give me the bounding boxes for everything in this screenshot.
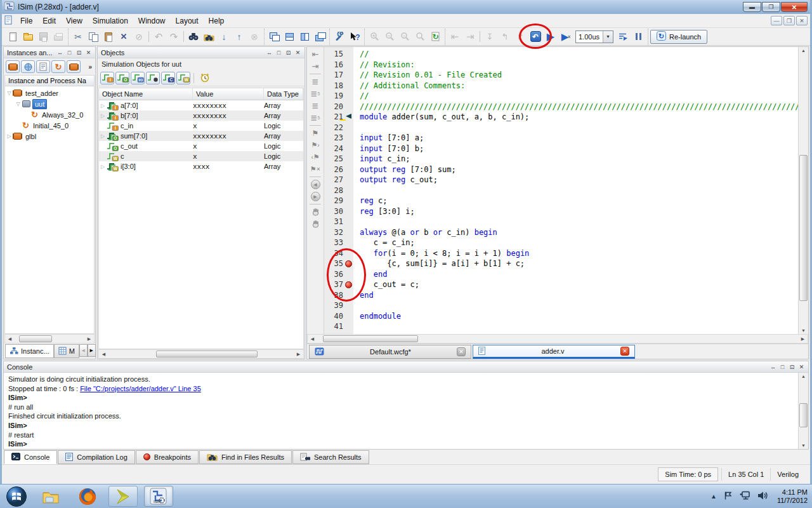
cube-filter-button[interactable] [21,60,35,73]
minimize-button[interactable]: ▬ [743,2,761,12]
tree-item-uut[interactable]: ▽uut [5,98,94,109]
code-line-29[interactable]: 29reg c; [324,196,798,206]
breakpoint-icon[interactable] [345,281,352,288]
instances-float-button[interactable]: ⊡ [75,50,82,56]
chip2-filter-button[interactable] [67,60,81,73]
code-line-18[interactable]: 18// Additional Comments: [324,81,798,91]
line-list-5b-button[interactable]: ≣5 [308,112,322,124]
object-row-a70[interactable]: ▷Ia[7:0]xxxxxxxxArray [99,100,303,110]
scroll-up-icon[interactable]: ▲ [799,48,808,53]
line-number[interactable]: 28 [324,185,353,196]
code-line-30[interactable]: 30reg [3:0] i; [324,206,798,217]
line-number[interactable]: 36 [324,269,353,280]
bookmark-clear-button[interactable]: ⚑✕ [308,163,322,175]
taskbar-explorer-button[interactable] [37,486,67,507]
filter-i-button[interactable]: I [100,72,114,84]
copy-button[interactable] [86,29,101,44]
code-line-35[interactable]: 35 {c, sum[i]} = a[i] + b[1] + c; [324,258,798,269]
tree-item-initial_45_0[interactable]: ↻Initial_45_0 [5,120,94,131]
layer-windows-button[interactable] [312,29,327,44]
tree-item-glbl[interactable]: ▷glbl [5,131,94,142]
object-row-c[interactable]: WcxLogic [99,151,303,161]
scroll-right-icon[interactable]: ▶ [798,337,808,342]
console-close-button[interactable]: ✕ [798,364,805,370]
scroll-left-icon[interactable]: ◀ [5,337,15,342]
object-row-c_out[interactable]: Oc_outxLogic [99,141,303,151]
open-folder-button[interactable] [20,29,36,44]
line-number[interactable]: 21 [324,112,353,123]
refresh-button[interactable]: ↻ [428,29,443,44]
column-value[interactable]: Value [193,88,264,100]
mdi-restore-button[interactable]: ❐ [783,16,795,25]
expander-icon[interactable]: ▽ [14,101,22,107]
tab-search-results[interactable]: Search Results [292,450,369,464]
line-number[interactable]: 38 [324,290,353,301]
pan-hand-button[interactable] [308,206,322,218]
menu-view[interactable]: View [61,15,88,27]
find-in-files-button[interactable] [201,29,216,44]
code-line-23[interactable]: 23input [7:0] a; [324,133,798,144]
action-center-flag-icon[interactable] [723,491,733,502]
bookmark-prev-button[interactable]: ‹⚑ [308,151,322,163]
mdi-close-button[interactable]: ✕ [796,16,808,25]
tab-scroll-left-button[interactable]: ◀ [79,344,88,357]
scroll-left-icon[interactable]: ◀ [308,337,317,342]
code-line-24[interactable]: 24input [7:0] b; [324,144,798,154]
bookmark-button[interactable]: ⚑ [308,127,322,139]
line-number[interactable]: 18 [324,81,353,91]
code-line-21[interactable]: 21module adder(sum, c_out, a, b, c_in); [324,112,798,123]
line-number[interactable]: 31 [324,217,353,227]
filter-o-button[interactable]: O [115,72,129,84]
start-button[interactable] [2,486,31,507]
tab-breakpoints[interactable]: Breakpoints [136,450,199,464]
arrow-down-button[interactable]: ↓ [216,29,232,44]
objects-maximize-button[interactable]: □ [275,50,282,56]
tab-find-in-files-results[interactable]: Find in Files Results [199,450,292,464]
console-vscrollbar[interactable]: ▲ ▼ [798,373,808,449]
line-number[interactable]: 22 [324,123,353,133]
line-number[interactable]: 16 [324,60,353,70]
taskbar-firefox-button[interactable] [73,486,102,507]
chevron-down-icon[interactable]: ▼ [603,31,613,43]
new-document-button[interactable] [5,29,20,44]
scroll-down-icon[interactable]: ▼ [799,443,808,448]
relaunch-button[interactable]: ↻Re-launch [650,30,707,44]
close-button[interactable]: ✕ [781,2,808,12]
filter-w-button[interactable]: W [176,72,190,84]
restore-button[interactable]: ❐ [762,2,780,12]
object-row-sum70[interactable]: ▷Osum[7:0]xxxxxxxxArray [99,131,303,141]
code-line-17[interactable]: 17// Revision 0.01 - File Created [324,70,798,81]
code-line-25[interactable]: 25input c_in; [324,154,798,164]
code-line-34[interactable]: 34 for(i = 0; i < 8; i = i + 1) begin [324,248,798,259]
code-line-38[interactable]: 38end [324,290,798,301]
line-number[interactable]: 15 [324,49,353,60]
code-line-28[interactable]: 28 [324,185,798,196]
tile-vertical-button[interactable] [297,29,312,44]
line-number[interactable]: 29 [324,196,353,206]
scroll-thumb[interactable] [19,335,52,342]
code-line-40[interactable]: 40endmodule [324,311,798,322]
code-line-37[interactable]: 37 c_out = c; [324,279,798,290]
line-number[interactable]: 19 [324,91,353,102]
line-number[interactable]: 17 [324,70,353,81]
scroll-right-icon[interactable]: ▶ [84,337,94,342]
scroll-left-icon[interactable]: ◀ [99,352,108,357]
line-number[interactable]: 32 [324,227,353,238]
line-number[interactable]: 27 [324,175,353,185]
objects-float-button[interactable]: ⊡ [285,50,292,56]
whats-this-button[interactable]: ? [347,29,362,44]
code-line-26[interactable]: 26output reg [7:0] sum; [324,164,798,175]
instances-maximize-button[interactable]: □ [66,50,73,56]
expander-icon[interactable]: ▽ [5,90,13,96]
column-data-type[interactable]: Data Type [264,88,303,100]
expander-icon[interactable]: ▷ [99,133,107,139]
line-list-5-button[interactable]: ≣5 [308,88,322,100]
step-signal-button[interactable] [615,29,631,44]
line-number[interactable]: 25 [324,154,353,164]
tree-item-always_32_0[interactable]: ↻Always_32_0 [5,109,94,120]
nav-back-button[interactable]: ◀ [308,178,322,190]
nav-forward-button[interactable]: ▶ [308,190,322,203]
scroll-thumb[interactable] [323,335,418,342]
source-file-link[interactable]: File "C:/projects/adder/adder.v" Line 35 [80,385,201,392]
close-tab-icon[interactable]: ✕ [620,347,629,356]
